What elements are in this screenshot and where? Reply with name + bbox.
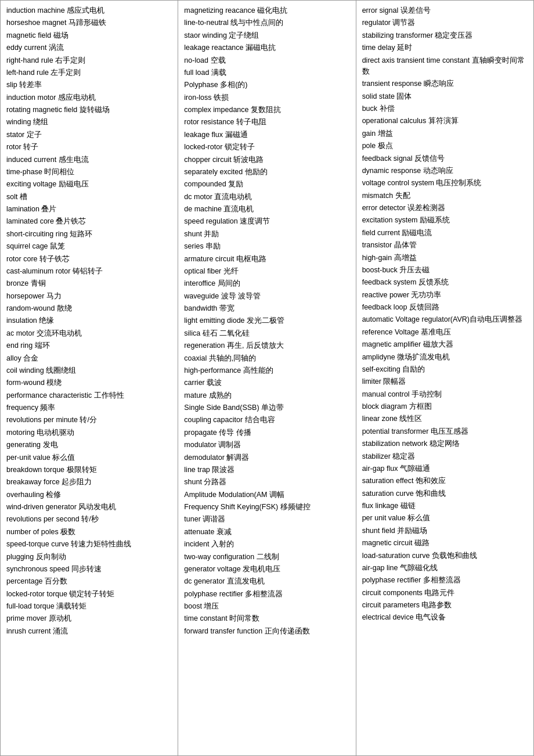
term-item: slip 转差率: [6, 80, 172, 91]
term-item: solid state 固体: [362, 91, 528, 102]
term-item: shunt 分路器: [184, 477, 349, 488]
term-item: rotor core 转子铁芯: [6, 254, 172, 265]
term-item: voltage control system 电压控制系统: [362, 178, 528, 189]
term-item: direct axis transient time constant 直轴瞬变…: [362, 55, 528, 78]
term-item: locked-rotor 锁定转子: [184, 142, 349, 153]
term-item: pole 极点: [362, 141, 528, 152]
term-item: series 串励: [184, 241, 349, 252]
term-item: mismatch 失配: [362, 190, 528, 201]
term-item: winding 绕组: [6, 117, 172, 128]
term-item: amplidyne 微场扩流发电机: [362, 352, 528, 363]
term-item: per unit value 标么值: [362, 513, 528, 524]
term-item: limiter 限幅器: [362, 376, 528, 387]
term-item: line trap 限波器: [184, 465, 349, 476]
term-item: field current 励磁电流: [362, 228, 528, 239]
term-item: regeneration 再生, 后反馈放大: [184, 340, 349, 351]
term-item: rotating magnetic field 旋转磁场: [6, 105, 172, 116]
term-item: propagate 传导 传播: [184, 427, 349, 438]
term-item: modulator 调制器: [184, 440, 349, 451]
term-item: silica 硅石 二氧化硅: [184, 328, 349, 339]
term-item: self-exciting 自励的: [362, 364, 528, 375]
term-item: armature circuit 电枢电路: [184, 254, 349, 265]
term-item: overhauling 检修: [6, 489, 172, 501]
term-item: error signal 误差信号: [362, 5, 528, 16]
term-item: breakaway force 起步阻力: [6, 477, 172, 488]
term-item: saturation effect 饱和效应: [362, 476, 528, 487]
term-item: load-saturation curve 负载饱和曲线: [362, 550, 528, 561]
term-item: shunt 并励: [184, 229, 349, 240]
term-item: frequency 频率: [6, 402, 172, 413]
term-item: generator voltage 发电机电压: [184, 564, 349, 575]
term-item: interoffice 局间的: [184, 278, 349, 289]
term-item: tuner 调谐器: [184, 514, 349, 525]
term-item: reference Voltage 基准电压: [362, 327, 528, 338]
term-item: air-gap line 气隙磁化线: [362, 563, 528, 574]
term-item: separately excited 他励的: [184, 167, 349, 178]
term-item: induction motor 感应电动机: [6, 92, 172, 103]
term-item: dc generator 直流发电机: [184, 576, 349, 587]
term-item: iron-loss 铁损: [184, 92, 349, 103]
term-item: full-load torque 满载转矩: [6, 601, 172, 612]
term-item: leakage flux 漏磁通: [184, 129, 349, 141]
term-item: eddy current 涡流: [6, 42, 172, 53]
term-item: de machine 直流电机: [184, 204, 349, 215]
term-item: regulator 调节器: [362, 17, 528, 28]
term-item: magnetizing reacance 磁化电抗: [184, 5, 349, 16]
term-item: plugging 反向制动: [6, 552, 172, 563]
term-item: prime mover 原动机: [6, 613, 172, 624]
term-item: mature 成熟的: [184, 390, 349, 401]
term-item: Frequency Shift Keying(FSK) 移频键控: [184, 502, 349, 513]
term-item: coil winding 线圈绕组: [6, 365, 172, 376]
term-item: two-way configuration 二线制: [184, 552, 349, 563]
term-item: shunt field 并励磁场: [362, 525, 528, 537]
term-item: transient response 瞬态响应: [362, 78, 528, 89]
term-item: linear zone 线性区: [362, 413, 528, 424]
term-item: stabilizer 稳定器: [362, 451, 528, 462]
term-item: high-performance 高性能的: [184, 365, 349, 376]
term-item: potential transformer 电压互感器: [362, 426, 528, 437]
term-item: bronze 青铜: [6, 278, 172, 289]
term-item: performance characteristic 工作特性: [6, 390, 172, 401]
term-item: number of poles 极数: [6, 527, 172, 538]
term-item: right-hand rule 右手定则: [6, 55, 172, 66]
column-3: error signal 误差信号regulator 调节器stabilizin…: [356, 1, 533, 755]
term-item: light emitting diode 发光二极管: [184, 315, 349, 326]
term-item: time constant 时间常数: [184, 613, 349, 624]
term-item: laminated core 叠片铁芯: [6, 216, 172, 227]
term-item: lamination 叠片: [6, 204, 172, 215]
term-item: line-to-neutral 线与中性点间的: [184, 17, 349, 28]
term-item: ac motor 交流环电动机: [6, 328, 172, 339]
term-item: forward transfer function 正向传递函数: [184, 626, 349, 637]
term-item: wind-driven generator 风动发电机: [6, 502, 172, 513]
term-item: breakdown torque 极限转矩: [6, 465, 172, 476]
term-item: induction machine 感应式电机: [6, 5, 172, 16]
term-item: cast-aluminum rotor 铸铝转子: [6, 266, 172, 277]
term-item: flux linkage 磁链: [362, 501, 528, 512]
term-item: per-unit value 标么值: [6, 452, 172, 463]
term-item: full load 满载: [184, 67, 349, 78]
term-item: feedback signal 反馈信号: [362, 153, 528, 164]
term-item: transistor 晶体管: [362, 240, 528, 251]
term-item: revolutions per second 转/秒: [6, 514, 172, 525]
term-item: error detector 误差检测器: [362, 203, 528, 214]
term-item: Single Side Band(SSB) 单边带: [184, 402, 349, 413]
term-item: locked-rotor torque 锁定转子转矩: [6, 589, 172, 600]
term-item: coupling capacitor 结合电容: [184, 415, 349, 426]
term-item: exciting voltage 励磁电压: [6, 179, 172, 190]
term-item: Amplitude Modulation(AM 调幅: [184, 489, 349, 501]
term-item: staor winding 定子绕组: [184, 30, 349, 41]
term-item: circuit components 电路元件: [362, 588, 528, 599]
term-item: gain 增益: [362, 128, 528, 139]
term-item: revolutions per minute 转/分: [6, 415, 172, 426]
term-item: generating 发电: [6, 440, 172, 451]
term-item: left-hand rule 左手定则: [6, 67, 172, 78]
term-item: dynamic response 动态响应: [362, 165, 528, 177]
term-item: complex impedance 复数阻抗: [184, 105, 349, 116]
term-item: form-wound 模绕: [6, 377, 172, 388]
term-item: chopper circuit 斩波电路: [184, 154, 349, 165]
term-item: air-gap flux 气隙磁通: [362, 463, 528, 474]
term-item: attenuate 衰减: [184, 527, 349, 538]
term-item: solt 槽: [6, 192, 172, 203]
term-item: waveguide 波导 波导管: [184, 291, 349, 302]
term-item: stator 定子: [6, 129, 172, 141]
